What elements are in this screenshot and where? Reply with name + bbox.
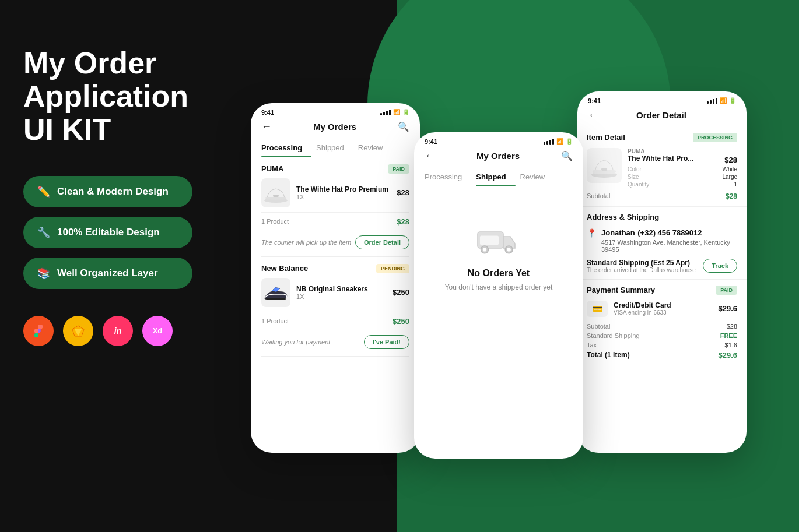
svg-rect-13 — [601, 168, 607, 171]
svg-rect-11 — [480, 235, 499, 245]
svg-point-10 — [507, 248, 510, 251]
feature-btn-layer[interactable]: 📚 Well Organized Layer — [23, 258, 192, 289]
phone-2-header: ← My Orders 🔍 — [414, 147, 583, 168]
credit-card-icon: 💳 — [587, 301, 608, 317]
sketch-icon[interactable] — [63, 316, 93, 346]
shipping-row: Standard Shipping (Est 25 Apr) The order… — [587, 259, 737, 273]
tab-processing-2[interactable]: Processing — [425, 168, 471, 186]
status-icons-2: 📶 🔋 — [544, 138, 573, 145]
wifi-icon-2: 📶 — [556, 138, 563, 145]
wifi-icon-3: 📶 — [720, 97, 727, 104]
detail-item-info: PUMA The Wihte Hat Pro... $28 Color Whit… — [628, 148, 737, 188]
status-bar-1: 9:41 📶 🔋 — [251, 103, 420, 118]
phones-container: 9:41 📶 🔋 ← My Orders 🔍 Processing Shippe… — [198, 0, 799, 532]
wrench-icon: 🔧 — [37, 226, 50, 239]
status-bar-3: 9:41 📶 🔋 — [577, 91, 747, 107]
order-item-puma: PUMA PAID The Wihte Hat Pro Premium — [251, 157, 420, 257]
address-row: 📍 Jonathan (+32) 456 7889012 4517 Washin… — [587, 227, 737, 253]
phone-1-my-orders-processing: 9:41 📶 🔋 ← My Orders 🔍 Processing Shippe… — [251, 103, 420, 453]
phone-1-header: ← My Orders 🔍 — [251, 118, 420, 139]
phone-2-my-orders-shipped: 9:41 📶 🔋 ← My Orders 🔍 Processing Shippe… — [414, 132, 583, 459]
newbalance-brand-row: New Balance PENDING — [261, 264, 409, 273]
summary-rows: Subtotal $28 Standard Shipping FREE Tax … — [587, 323, 737, 360]
status-icons-1: 📶 🔋 — [380, 109, 409, 115]
signal-icon-3 — [707, 98, 717, 104]
battery-icon-2: 🔋 — [566, 138, 573, 145]
tabs-2: Processing Shipped Review — [414, 168, 583, 186]
tabs-1: Processing Shipped Review — [251, 139, 420, 157]
back-button-2[interactable]: ← — [425, 150, 435, 162]
feature-btn-editable[interactable]: 🔧 100% Editable Design — [23, 217, 192, 248]
tab-review-2[interactable]: Review — [520, 168, 555, 186]
phone-1-body: PUMA PAID The Wihte Hat Pro Premium — [251, 157, 420, 357]
phone-2-body: No Orders Yet You don't have a shipped o… — [414, 186, 583, 326]
order-item-newbalance: New Balance PENDING NB Original Sneakers — [251, 257, 420, 357]
battery-icon-3: 🔋 — [729, 97, 736, 104]
detail-hat-image — [587, 148, 622, 183]
xd-icon[interactable]: Xd — [142, 316, 173, 346]
newbalance-item-row: NB Original Sneakers 1X $250 — [261, 278, 409, 307]
tool-icons-row: in Xd — [23, 316, 195, 346]
phone-3-header: ← Order Detail — [577, 107, 747, 127]
order-detail-button[interactable]: Order Detail — [355, 235, 409, 249]
tab-shipped-2[interactable]: Shipped — [476, 168, 515, 186]
status-icons-3: 📶 🔋 — [707, 97, 736, 104]
payment-card-row: 💳 Credit/Debit Card VISA ending in 6633 … — [587, 301, 737, 317]
newbalance-sneaker-image — [261, 278, 290, 307]
puma-footer: 1 Product $28 — [261, 212, 409, 231]
tab-review[interactable]: Review — [358, 139, 393, 157]
puma-item-details: The Wihte Hat Pro Premium 1X — [296, 185, 391, 200]
puma-action-row: The courier will pick up the item Order … — [261, 231, 409, 257]
ive-paid-button[interactable]: I've Paid! — [364, 335, 409, 349]
pencil-icon: ✏️ — [37, 185, 50, 198]
puma-brand-row: PUMA PAID — [261, 164, 409, 174]
app-title: My Order Application UI KIT — [23, 47, 195, 147]
svg-point-5 — [265, 298, 286, 300]
back-button-3[interactable]: ← — [588, 109, 598, 121]
address-section: Address & Shipping 📍 Jonathan (+32) 456 … — [577, 207, 747, 280]
status-bar-2: 9:41 📶 🔋 — [414, 132, 583, 147]
track-button[interactable]: Track — [703, 259, 737, 273]
figma-icon[interactable] — [23, 316, 54, 346]
detail-meta: Color White Size Large Quantity 1 — [628, 166, 737, 188]
tab-shipped[interactable]: Shipped — [316, 139, 353, 157]
payment-section: Payment Summary PAID 💳 Credit/Debit Card… — [577, 280, 747, 368]
back-button[interactable]: ← — [261, 121, 272, 133]
battery-icon: 🔋 — [402, 109, 409, 115]
wifi-icon: 📶 — [393, 109, 400, 115]
puma-item-row: The Wihte Hat Pro Premium 1X $28 — [261, 178, 409, 207]
svg-point-8 — [483, 248, 486, 251]
signal-icon — [380, 110, 391, 115]
newbalance-action-row: Waiting you for payment I've Paid! — [261, 330, 409, 357]
newbalance-footer: 1 Product $250 — [261, 312, 409, 330]
puma-hat-image — [261, 178, 290, 207]
location-pin-icon: 📍 — [587, 228, 597, 238]
left-panel: My Order Application UI KIT ✏️ Clean & M… — [0, 0, 216, 532]
svg-rect-4 — [273, 195, 279, 197]
empty-state: No Orders Yet You don't have a shipped o… — [414, 186, 583, 326]
search-icon-2[interactable]: 🔍 — [561, 150, 573, 161]
detail-item-row: PUMA The Wihte Hat Pro... $28 Color Whit… — [587, 148, 737, 188]
phone-3-order-detail: 9:41 📶 🔋 ← Order Detail Item Detail PR — [577, 91, 747, 453]
truck-icon — [475, 221, 522, 256]
invision-icon[interactable]: in — [103, 316, 133, 346]
subtotal-row: Subtotal $28 — [587, 192, 737, 200]
search-icon[interactable]: 🔍 — [398, 121, 409, 132]
signal-icon-2 — [544, 139, 554, 145]
layers-icon: 📚 — [37, 267, 50, 280]
tab-processing[interactable]: Processing — [261, 139, 311, 157]
item-detail-section: Item Detail PROCESSING PUMA The Wihte Ha… — [577, 127, 747, 207]
newbalance-item-details: NB Original Sneakers 1X — [296, 285, 387, 300]
feature-btn-design[interactable]: ✏️ Clean & Modern Design — [23, 176, 192, 207]
